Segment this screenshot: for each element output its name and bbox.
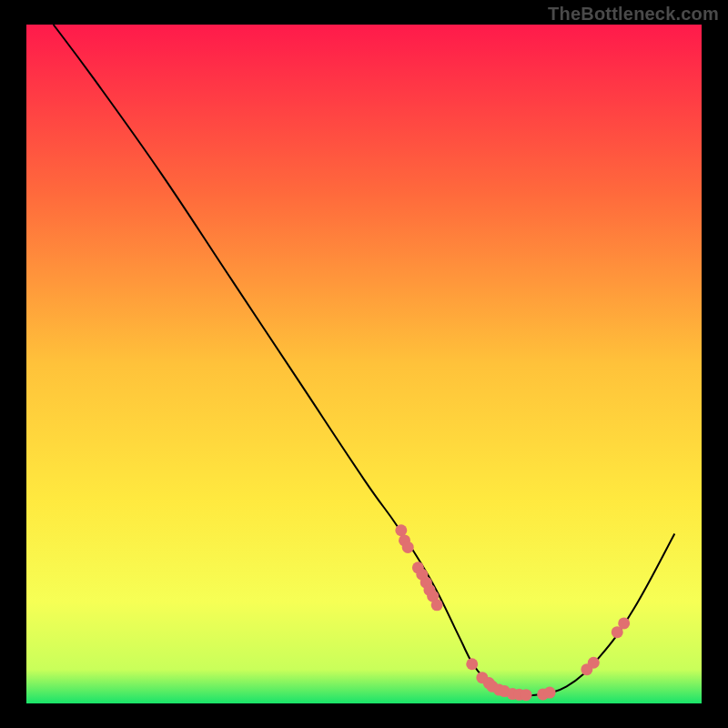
highlight-dot [618,617,630,629]
bottleneck-chart [0,0,728,728]
watermark-text: TheBottleneck.com [548,4,719,25]
highlight-dot [521,689,532,701]
highlight-dot [466,658,478,670]
highlight-dot [544,687,556,699]
chart-stage: TheBottleneck.com [0,0,728,728]
highlight-dot [588,657,600,669]
highlight-dot [395,524,407,536]
highlight-dot [431,599,443,611]
highlight-dot [402,541,414,553]
